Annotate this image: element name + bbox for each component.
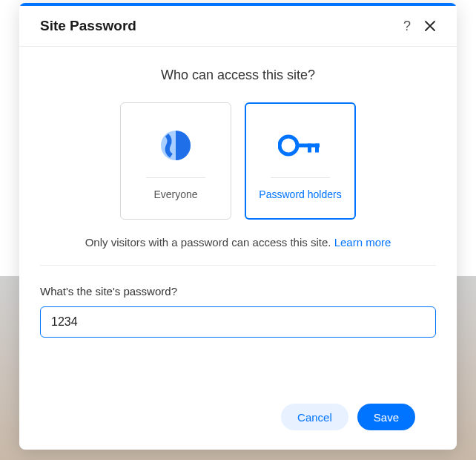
save-button[interactable]: Save — [357, 404, 415, 430]
svg-rect-4 — [315, 143, 319, 152]
access-description: Only visitors with a password can access… — [40, 236, 436, 249]
modal-body: Who can access this site? Everyone — [19, 47, 457, 450]
option-password-holders-label: Password holders — [259, 188, 341, 200]
modal-footer: Cancel Save — [40, 390, 436, 450]
access-question: Who can access this site? — [40, 68, 436, 83]
key-icon — [254, 122, 347, 168]
learn-more-link[interactable]: Learn more — [334, 236, 391, 249]
header-actions: ? — [403, 19, 436, 34]
modal-header: Site Password ? — [19, 6, 457, 47]
divider — [40, 265, 436, 266]
password-input[interactable] — [40, 306, 436, 338]
help-icon[interactable]: ? — [403, 19, 411, 34]
globe-icon — [128, 122, 223, 168]
option-password-holders[interactable]: Password holders — [245, 102, 356, 220]
close-icon[interactable] — [424, 20, 436, 32]
access-options: Everyone Password holders — [40, 102, 436, 220]
option-divider — [146, 177, 205, 178]
site-password-modal: Site Password ? Who can access this site… — [19, 3, 457, 450]
password-label: What's the site's password? — [40, 285, 436, 298]
modal-title: Site Password — [40, 18, 136, 34]
cancel-button[interactable]: Cancel — [281, 404, 348, 430]
description-text: Only visitors with a password can access… — [85, 236, 334, 249]
svg-rect-3 — [308, 143, 311, 152]
option-everyone-label: Everyone — [153, 188, 197, 200]
option-divider — [271, 177, 330, 178]
svg-point-1 — [280, 137, 297, 154]
option-everyone[interactable]: Everyone — [120, 102, 231, 220]
